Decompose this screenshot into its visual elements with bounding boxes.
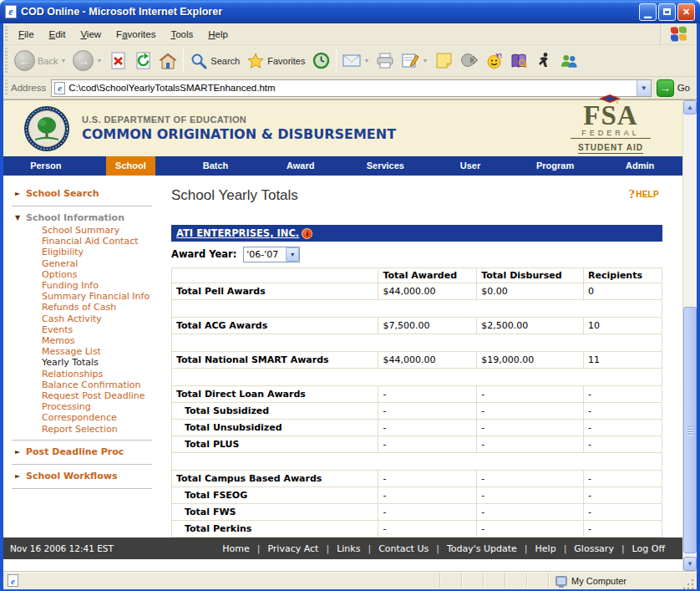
menu-help[interactable]: Help [200, 26, 236, 43]
award-year-select[interactable]: '06-'07 ▼ [243, 247, 300, 262]
footer-link-help[interactable]: Help [531, 543, 561, 554]
help-link[interactable]: ? HELP [629, 187, 659, 201]
menu-favorites[interactable]: Favorites [109, 26, 163, 43]
yahoo-messenger-button[interactable]: Y! [481, 50, 506, 72]
address-dropdown-button[interactable]: ▼ [637, 80, 651, 96]
address-value[interactable]: C:\cod\SchoolYearlyTotalsSMARTEnhanced.h… [68, 83, 636, 93]
sidebar-item-memos[interactable]: Memos [3, 335, 162, 346]
scrollbar-track[interactable] [683, 115, 697, 557]
scroll-down-button[interactable]: ▼ [683, 557, 697, 571]
school-name-link[interactable]: ATI ENTERPRISES, INC. [176, 227, 299, 239]
footer-link-contact-us[interactable]: Contact Us [374, 543, 433, 554]
sidebar-item-school-summary[interactable]: School Summary [3, 225, 162, 236]
footer-link-privacy-act[interactable]: Privacy Act [263, 543, 322, 554]
sidebar-item-funding-info[interactable]: Funding Info [3, 280, 162, 291]
sidebar-item-report-selection[interactable]: Report Selection [3, 424, 162, 435]
address-input[interactable]: e C:\cod\SchoolYearlyTotalsSMARTEnhanced… [51, 79, 651, 97]
msn-messenger-button[interactable] [556, 50, 581, 72]
scroll-up-button[interactable]: ▲ [683, 100, 697, 115]
sidebar-section-post-deadline-proc[interactable]: ►Post Deadline Proc [3, 445, 162, 459]
tab-batch[interactable]: Batch [173, 156, 258, 176]
history-button[interactable] [308, 50, 333, 72]
resize-grip[interactable] [683, 578, 695, 589]
mail-button[interactable]: ▼ [339, 50, 373, 72]
footer-separator: | [618, 543, 628, 554]
sidebar-item-cash-activity[interactable]: Cash Activity [3, 313, 162, 324]
edit-icon [401, 52, 419, 70]
sidebar-item-balance-confirmation[interactable]: Balance Confirmation [3, 380, 162, 390]
tab-label: Award [277, 156, 323, 176]
minimize-button[interactable]: ▁ [639, 3, 657, 21]
menu-view[interactable]: View [73, 26, 109, 43]
print-button[interactable] [373, 50, 398, 72]
sidebar-item-summary-financial-info[interactable]: Summary Financial Info [3, 291, 162, 302]
go-button[interactable]: → [657, 79, 674, 97]
toolbar-grip[interactable] [5, 26, 8, 42]
toolbar-grip[interactable] [5, 79, 8, 96]
edit-button[interactable]: ▼ [398, 50, 431, 72]
tab-admin[interactable]: Admin [597, 156, 682, 176]
total-awarded-value: $7,500.00 [378, 318, 477, 334]
footer-link-glossary[interactable]: Glossary [570, 543, 618, 554]
sidebar-item-general[interactable]: General [3, 258, 162, 269]
vertical-scrollbar[interactable]: ▲ ▼ [682, 100, 697, 571]
menu-edit[interactable]: Edit [42, 26, 74, 43]
sidebar-section-school-workflows[interactable]: ►School Workflows [3, 469, 162, 483]
refresh-button[interactable] [130, 50, 155, 72]
media-button[interactable] [456, 50, 481, 72]
tab-services[interactable]: Services [343, 156, 429, 176]
research-button[interactable] [506, 50, 531, 72]
back-button[interactable]: ← Back ▼ [11, 48, 69, 73]
footer-link-links[interactable]: Links [332, 543, 364, 554]
scrollbar-thumb[interactable] [683, 307, 697, 553]
maximize-button[interactable] [658, 3, 676, 21]
help-question-icon: ? [629, 187, 636, 201]
sidebar-section-school-information[interactable]: ▼School Information [3, 211, 162, 225]
forward-button[interactable]: → ▼ [69, 48, 105, 73]
sidebar-item-events[interactable]: Events [3, 324, 162, 335]
chevron-right-icon: ► [15, 472, 26, 480]
sidebar-item-options[interactable]: Options [3, 269, 162, 280]
footer-link-log-off[interactable]: Log Off [628, 543, 669, 554]
aim-button[interactable] [531, 50, 556, 72]
footer-separator: | [561, 543, 571, 554]
sidebar-item-correspondence[interactable]: Correspondence [3, 412, 162, 423]
info-icon[interactable]: i [302, 228, 312, 239]
spacer-cell [172, 334, 662, 352]
tab-school[interactable]: School [89, 156, 174, 176]
back-dropdown-icon[interactable]: ▼ [60, 58, 66, 64]
sidebar-item-refunds-of-cash[interactable]: Refunds of Cash [3, 302, 162, 313]
forward-dropdown-icon[interactable]: ▼ [96, 58, 102, 64]
footer-link-home[interactable]: Home [218, 543, 253, 554]
sidebar-item-processing[interactable]: Processing [3, 401, 162, 412]
tab-person[interactable]: Person [3, 156, 89, 176]
status-bar: e My Computer [3, 571, 697, 589]
sidebar-section-school-search[interactable]: ►School Search [3, 186, 162, 201]
note-button[interactable] [431, 50, 456, 72]
stop-button[interactable] [105, 50, 130, 72]
sidebar-item-request-post-deadline[interactable]: Request Post Deadline [3, 390, 162, 401]
sidebar-item-financial-aid-contact[interactable]: Financial Aid Contact [3, 236, 162, 247]
recipients-value: 10 [584, 318, 662, 334]
sidebar-item-relationships[interactable]: Relationships [3, 369, 162, 380]
menu-tools[interactable]: Tools [163, 26, 200, 43]
footer-link-today-s-update[interactable]: Today's Update [443, 543, 521, 554]
go-label[interactable]: Go [677, 83, 690, 93]
close-button[interactable]: ✕ [677, 3, 695, 21]
chevron-down-icon[interactable]: ▼ [286, 247, 299, 262]
tab-user[interactable]: User [428, 156, 513, 176]
tab-program[interactable]: Program [513, 156, 598, 176]
search-button[interactable]: Search [186, 50, 243, 72]
fsa-federal: FEDERAL [571, 129, 651, 139]
edit-dropdown-icon[interactable]: ▼ [422, 58, 428, 64]
toolbar-grip[interactable] [5, 48, 8, 74]
sidebar-divider [12, 206, 152, 206]
menu-file[interactable]: File [11, 26, 42, 43]
sidebar-item-message-list[interactable]: Message List [3, 346, 162, 357]
tab-award[interactable]: Award [258, 156, 343, 176]
home-button[interactable] [155, 50, 180, 72]
favorites-button[interactable]: Favorites [243, 50, 308, 72]
sidebar-item-eligibility[interactable]: Eligibility [3, 247, 162, 257]
mail-dropdown-icon[interactable]: ▼ [363, 58, 369, 64]
table-row: Total Pell Awards$44,000.00$0.000 [172, 283, 662, 300]
